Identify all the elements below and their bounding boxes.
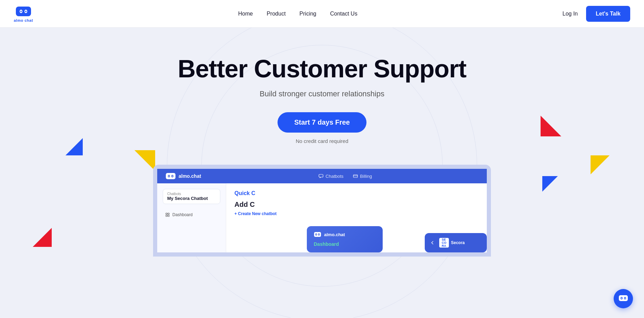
svg-rect-16: [168, 215, 169, 216]
nav-right: Log In Let's Talk: [563, 6, 630, 22]
dash-brand: almo.chat: [165, 172, 201, 180]
svg-rect-17: [314, 232, 321, 237]
dash-logo-icon: [165, 172, 176, 180]
nav-pricing[interactable]: Pricing: [300, 11, 316, 17]
navbar: almo chat Home Product Pricing Contact U…: [0, 0, 644, 28]
sidebar-dashboard-item[interactable]: Dashboard: [163, 210, 220, 220]
dash-nav-chatbots[interactable]: Chatbots: [319, 174, 343, 179]
chat-bubble-button[interactable]: [614, 289, 633, 308]
svg-point-20: [316, 234, 316, 235]
svg-point-26: [625, 298, 626, 299]
shape-red-right: [541, 116, 561, 136]
svg-rect-10: [319, 174, 323, 177]
nav-home[interactable]: Home: [238, 11, 253, 17]
popup-dashboard-label: Dashboard: [314, 241, 376, 247]
popup-logo: almo.chat: [314, 232, 376, 237]
hero-title: Better Customer Support: [178, 55, 466, 83]
logo-label: almo chat: [14, 18, 33, 22]
hero-content: Better Customer Support Build stronger c…: [178, 55, 466, 165]
nav-contact[interactable]: Contact Us: [330, 11, 357, 17]
dashboard-preview: almo.chat Chatbots Billing Chatbots My S…: [153, 165, 491, 257]
hero-section: Better Customer Support Build stronger c…: [0, 28, 644, 318]
svg-point-9: [172, 176, 173, 177]
start-free-button[interactable]: Start 7 days Free: [278, 112, 366, 133]
logo[interactable]: almo chat: [14, 5, 33, 22]
dashboard-popup: almo.chat Dashboard: [307, 226, 383, 252]
svg-point-8: [169, 176, 170, 177]
chatbot-selector[interactable]: Chatbots My Secora Chatbot: [163, 189, 220, 204]
dash-nav-billing[interactable]: Billing: [353, 174, 372, 179]
svg-point-21: [319, 234, 319, 235]
shape-blue-right: [542, 176, 558, 192]
no-credit-card-text: No credit card required: [178, 138, 466, 144]
svg-rect-0: [16, 7, 31, 16]
svg-point-4: [25, 11, 27, 12]
shape-yellow-right: [591, 155, 610, 174]
shape-yellow-left: [134, 150, 155, 171]
svg-rect-5: [166, 173, 175, 179]
chatbot-label: Chatbots: [167, 192, 216, 196]
shape-red-bottom-left: [33, 228, 52, 247]
add-label: Add C: [234, 201, 479, 209]
shape-blue-left: [66, 138, 83, 155]
logo-icon: [15, 5, 32, 18]
svg-rect-22: [619, 295, 628, 301]
dash-nav: Chatbots Billing: [212, 174, 479, 179]
login-button[interactable]: Log In: [563, 11, 578, 17]
sidebar-dashboard-label: Dashboard: [172, 212, 193, 217]
right-panel-label: Secora: [451, 240, 465, 245]
svg-point-25: [621, 298, 622, 299]
svg-rect-13: [166, 213, 167, 214]
svg-rect-11: [353, 175, 358, 177]
dash-brand-label: almo.chat: [179, 173, 201, 179]
hero-subtitle: Build stronger customer relationships: [178, 89, 466, 98]
chatbot-name: My Secora Chatbot: [167, 196, 216, 201]
dashboard-topbar: almo.chat Chatbots Billing: [157, 169, 487, 183]
svg-rect-14: [168, 213, 169, 214]
dashboard-right-panel: SECORA Secora: [425, 233, 487, 252]
create-chatbot-button[interactable]: + Create New chatbot: [234, 211, 276, 216]
svg-point-3: [20, 11, 22, 12]
nav-links: Home Product Pricing Contact Us: [238, 11, 358, 17]
svg-rect-15: [166, 215, 167, 216]
dashboard-sidebar: Chatbots My Secora Chatbot Dashboard: [157, 183, 226, 252]
nav-product[interactable]: Product: [266, 11, 285, 17]
talk-button[interactable]: Let's Talk: [586, 6, 630, 22]
quick-label: Quick C: [234, 190, 479, 196]
